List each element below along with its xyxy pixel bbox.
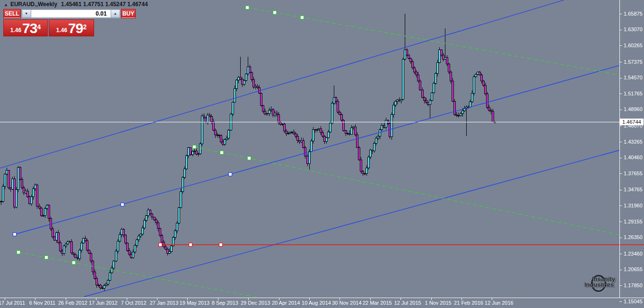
candle bbox=[450, 70, 452, 83]
candle-body-bear bbox=[251, 72, 253, 79]
candle bbox=[362, 170, 364, 176]
candle bbox=[312, 127, 314, 144]
buy-button[interactable]: BUY bbox=[121, 9, 136, 18]
price-tick bbox=[619, 14, 622, 14]
candle-body-bull bbox=[394, 102, 396, 105]
green-trend-bottom-handle[interactable] bbox=[72, 261, 76, 265]
candle bbox=[21, 177, 23, 189]
candle bbox=[155, 218, 157, 225]
candle bbox=[400, 99, 402, 103]
blue-channel-mid-handle[interactable] bbox=[13, 233, 17, 236]
candle-body-bull bbox=[136, 240, 138, 246]
candle-body-bear bbox=[450, 72, 452, 81]
green-trend-top-handle[interactable] bbox=[273, 11, 277, 14]
buy-price-prefix: 1.46 bbox=[56, 26, 67, 35]
candle bbox=[184, 166, 186, 179]
candle bbox=[356, 132, 358, 148]
price-tick bbox=[619, 190, 622, 190]
candle-body-bull bbox=[330, 123, 331, 132]
blue-channel-mid-handle[interactable] bbox=[229, 173, 232, 176]
collapse-triangle-icon[interactable]: ▲ bbox=[4, 2, 8, 7]
candle-body-bull bbox=[0, 202, 2, 202]
candle-body-bull bbox=[318, 128, 320, 130]
candle-body-bear bbox=[364, 173, 366, 174]
candle bbox=[283, 122, 285, 133]
blue-channel-bottom-line[interactable] bbox=[84, 150, 619, 297]
candle-body-bull bbox=[63, 246, 65, 253]
candle bbox=[102, 286, 104, 289]
candle-body-bull bbox=[291, 132, 293, 132]
candle bbox=[262, 105, 264, 113]
candle-body-bull bbox=[134, 246, 136, 252]
candle-body-bear bbox=[454, 102, 456, 115]
candle bbox=[80, 241, 82, 253]
date-axis-label: 12 Jul 2015 bbox=[394, 300, 421, 306]
candle bbox=[421, 87, 423, 98]
one-click-trading-panel: SELL ▼ ▲ BUY 1.46 73 4 1.46 79 2 bbox=[3, 9, 94, 36]
green-trend-bottom-handle[interactable] bbox=[45, 256, 48, 259]
blue-channel-bottom[interactable] bbox=[84, 150, 619, 297]
green-trend-mid-handle[interactable] bbox=[193, 145, 196, 149]
green-trend-mid[interactable] bbox=[193, 145, 620, 235]
candle bbox=[343, 119, 345, 132]
candle bbox=[190, 147, 191, 156]
price-chart-canvas[interactable] bbox=[0, 0, 644, 308]
candle-body-bear bbox=[448, 64, 450, 72]
candle bbox=[180, 188, 182, 208]
sell-button[interactable]: SELL bbox=[3, 9, 21, 18]
red-horizontal-line-handle[interactable] bbox=[189, 243, 192, 247]
candle-body-bear bbox=[419, 81, 421, 90]
candle bbox=[306, 154, 308, 166]
lot-size-input[interactable] bbox=[31, 9, 111, 18]
candle bbox=[117, 239, 119, 254]
candle bbox=[113, 260, 115, 270]
candle-body-bull bbox=[65, 244, 67, 246]
candle bbox=[98, 283, 100, 287]
lot-decrease-button[interactable]: ▼ bbox=[22, 9, 31, 18]
candle bbox=[483, 80, 485, 87]
green-trend-bottom[interactable] bbox=[17, 251, 260, 298]
candle bbox=[46, 204, 48, 210]
candle bbox=[163, 240, 165, 248]
green-trend-mid-handle[interactable] bbox=[248, 157, 251, 160]
green-trend-top-handle[interactable] bbox=[246, 6, 249, 9]
candle bbox=[458, 112, 460, 118]
candle-body-bull bbox=[347, 134, 348, 134]
date-axis-label: 12 Jun 2016 bbox=[485, 300, 513, 306]
candle bbox=[71, 239, 73, 255]
green-trend-bottom-handle[interactable] bbox=[17, 251, 20, 254]
red-horizontal-line-handle[interactable] bbox=[219, 243, 223, 247]
sell-price-button[interactable]: 1.46 73 4 bbox=[3, 19, 48, 36]
blue-channel-mid-handle[interactable] bbox=[121, 203, 124, 206]
green-trend-top-handle[interactable] bbox=[301, 16, 304, 19]
candle-body-bear bbox=[165, 247, 166, 249]
price-axis-label: 1.48960 bbox=[624, 107, 643, 112]
green-trend-bottom-line[interactable] bbox=[18, 252, 259, 298]
red-horizontal-line-handle[interactable] bbox=[159, 243, 162, 247]
date-axis-label: 29 Dec 2013 bbox=[241, 300, 270, 306]
candle bbox=[136, 239, 138, 248]
blue-channel-mid[interactable] bbox=[13, 66, 620, 236]
candle bbox=[33, 187, 35, 200]
candle bbox=[341, 113, 343, 122]
candle bbox=[257, 84, 259, 89]
candle-body-bear bbox=[38, 206, 40, 208]
green-trend-mid-handle[interactable] bbox=[220, 151, 224, 154]
candle bbox=[201, 114, 203, 146]
candle-body-bear bbox=[452, 81, 454, 102]
blue-channel-mid-line[interactable] bbox=[15, 66, 619, 234]
green-trend-mid-line[interactable] bbox=[194, 147, 619, 235]
buy-price-button[interactable]: 1.46 79 2 bbox=[49, 19, 94, 36]
lot-increase-button[interactable]: ▲ bbox=[111, 9, 120, 18]
candle bbox=[481, 73, 483, 84]
candle-body-bear bbox=[257, 86, 259, 88]
candle bbox=[234, 86, 235, 103]
red-horizontal-line[interactable] bbox=[159, 243, 644, 247]
candle bbox=[115, 249, 117, 262]
candle bbox=[142, 225, 144, 236]
candle-body-bear bbox=[297, 137, 299, 141]
price-tick bbox=[619, 254, 622, 254]
candle-body-bull bbox=[186, 155, 188, 169]
candle-body-bull bbox=[431, 93, 433, 100]
green-trend-top[interactable] bbox=[246, 6, 620, 75]
